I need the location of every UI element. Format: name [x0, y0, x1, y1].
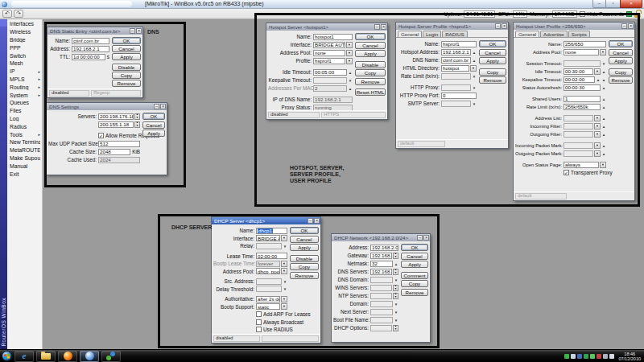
dialog-titlebar[interactable]: DHCP Server <dhcp1>–× — [212, 217, 320, 224]
field-input-address[interactable]: 192.168.2.0/24 — [370, 245, 398, 251]
up-arrow-icon[interactable]: ▴ — [348, 70, 353, 75]
dropdown-icon[interactable]: ▾ — [346, 58, 353, 64]
field-input-name[interactable]: dhcp1 — [256, 228, 287, 234]
shade-button[interactable]: – — [495, 23, 501, 29]
close-icon[interactable]: × — [423, 235, 429, 241]
down-arrow-icon[interactable]: ▾ — [472, 101, 477, 106]
up-arrow-icon[interactable]: ▴ — [472, 50, 477, 55]
field-input-session-timeout[interactable] — [564, 60, 601, 67]
field-input-idle-timeout[interactable]: 00:30:00 — [564, 68, 593, 75]
dropdown-icon[interactable]: ▾ — [281, 296, 287, 302]
down-arrow-icon[interactable]: ▾ — [283, 286, 287, 291]
button-apply[interactable]: Apply — [609, 57, 633, 64]
spinner-icon[interactable]: ▴▾ — [393, 285, 398, 291]
sidebar-item-queues[interactable]: Queues — [7, 99, 42, 107]
up-arrow-icon[interactable]: ▴ — [601, 132, 606, 137]
field-input-cache-size[interactable]: 2048 — [98, 149, 130, 155]
taskbar-button-internet-explorer[interactable]: e — [14, 351, 34, 362]
dropdown-icon[interactable]: ▾ — [600, 49, 606, 56]
button-ok[interactable]: OK — [355, 33, 386, 40]
field-input-dns-domain[interactable] — [370, 277, 393, 283]
button-cancel[interactable]: Cancel — [112, 45, 141, 52]
spinner-icon[interactable]: ▴▾ — [393, 253, 398, 259]
sidebar-item-routing[interactable]: Routing▸ — [7, 83, 42, 91]
field-input-html-directory[interactable]: hotspot — [441, 65, 469, 72]
field-input-interface[interactable]: BRIDGE AUTO — [313, 42, 345, 48]
close-icon[interactable]: × — [314, 218, 320, 224]
field-input-name[interactable]: 256/650 — [564, 41, 606, 47]
button-remove[interactable]: Remove — [355, 78, 386, 85]
tab-general[interactable]: General — [515, 31, 539, 37]
field-input-ntp-servers[interactable] — [370, 293, 392, 299]
sidebar-item-ip[interactable]: IP▸ — [7, 68, 42, 76]
hide-passwords-checkbox[interactable] — [580, 11, 585, 17]
down-arrow-icon[interactable]: ▾ — [472, 74, 477, 79]
down-arrow-icon[interactable]: ▾ — [472, 85, 477, 90]
taskbar-clock[interactable]: 18:46 07/12/2010 — [618, 352, 642, 361]
dialog-titlebar[interactable]: Hotspot Server Profile <hsprof1>–× — [396, 23, 508, 30]
dropdown-icon[interactable]: ▾ — [594, 68, 601, 75]
tray-icon-8[interactable] — [609, 354, 614, 359]
sidebar-item-system[interactable]: System▸ — [7, 91, 42, 99]
sidebar-item-files[interactable]: Files — [7, 107, 42, 115]
dropdown-icon[interactable]: ▾ — [600, 162, 606, 168]
up-arrow-icon[interactable]: ▴ — [596, 77, 601, 82]
field-input-smtp-server[interactable] — [441, 101, 471, 107]
checkbox-always-broadcast[interactable] — [256, 319, 262, 325]
field-input-status-autorefresh[interactable]: 00:00:30 — [564, 84, 601, 91]
field-input-outgoing-packet-mark[interactable] — [564, 150, 593, 157]
dropdown-icon[interactable]: ▾ — [594, 131, 601, 138]
tray-icon-6[interactable] — [597, 354, 601, 359]
field-input-next-server[interactable] — [370, 309, 393, 315]
spinner-icon[interactable]: ▴▾ — [393, 269, 398, 275]
button-remove[interactable]: Remove — [401, 289, 428, 296]
spinner-icon[interactable]: ▴▾ — [134, 121, 140, 128]
field-input-idle-timeout[interactable]: 00:05:00 — [313, 69, 347, 76]
field-input-domain[interactable] — [370, 301, 393, 307]
up-arrow-icon[interactable]: ▴ — [394, 261, 398, 266]
down-arrow-icon[interactable]: ▾ — [283, 244, 287, 249]
minimize-button[interactable]: – — [592, 0, 606, 8]
down-arrow-icon[interactable]: ▾ — [348, 78, 353, 83]
field-input-bootp-lease-time[interactable]: forever — [256, 261, 280, 267]
field-input-relay[interactable] — [256, 243, 282, 249]
field-input-address-pool[interactable]: none — [313, 50, 345, 56]
field-input-lease-time[interactable]: 02:00:00 — [256, 253, 287, 259]
down-arrow-icon[interactable]: ▾ — [283, 279, 287, 284]
field-input-rate-limit-tx-rx[interactable] — [441, 73, 471, 80]
field-input-address[interactable]: 192.168.2.1 — [72, 46, 109, 52]
taskbar-button-windows-explorer[interactable] — [36, 351, 56, 362]
taskbar-button-firefox[interactable] — [58, 351, 77, 362]
spinner-icon[interactable]: ▴▾ — [393, 325, 398, 331]
button-apply[interactable]: Apply — [401, 261, 428, 268]
sidebar-item-bridge[interactable]: Bridge — [7, 36, 42, 44]
field-input-max-udp-packet-size[interactable]: 512 — [98, 141, 140, 147]
shade-button[interactable]: – — [154, 104, 159, 109]
sidebar-item-switch[interactable]: Switch — [7, 51, 42, 60]
sidebar-item-ppp[interactable]: PPP — [7, 43, 42, 51]
sidebar-item-interfaces[interactable]: Interfaces — [7, 20, 42, 28]
checkbox-allow-remote-requests[interactable]: ✓ — [98, 133, 104, 138]
button-ok[interactable]: OK — [290, 227, 319, 234]
button-apply[interactable]: Apply — [112, 53, 141, 60]
window-titlebar[interactable]: [MikroTik] - WinBox v5.0rc5 on RB433 (mi… — [0, 0, 644, 9]
close-icon[interactable]: × — [502, 23, 507, 29]
button-apply[interactable]: Apply — [290, 244, 319, 251]
field-input-name[interactable]: ctinf.com.br — [72, 38, 109, 44]
field-input-address-pool[interactable]: none — [564, 49, 599, 56]
tray-icon-5[interactable] — [590, 354, 595, 359]
field-input-src-address[interactable] — [256, 278, 282, 285]
dialog-titlebar[interactable]: DNS Settings–× — [47, 103, 167, 110]
spinner-icon[interactable]: ▴▾ — [393, 293, 398, 299]
field-input-interface[interactable]: BRIDGE AUTO — [256, 235, 280, 241]
up-arrow-icon[interactable]: ▴ — [601, 143, 606, 148]
field-input-outgoing-filter[interactable] — [564, 131, 593, 138]
field-input-value[interactable]: 200.155.1.18 — [98, 121, 134, 128]
tray-icon-7[interactable] — [603, 354, 608, 359]
dropdown-icon[interactable]: ▾ — [594, 150, 601, 157]
checkbox-transparent-proxy[interactable]: ✓ — [564, 170, 569, 175]
checkbox-add-arp-for-leases[interactable] — [256, 311, 262, 317]
field-input-incoming-packet-mark[interactable] — [564, 142, 593, 149]
field-input-delay-threshold[interactable] — [256, 286, 282, 292]
button-reset-html[interactable]: Reset HTML — [355, 88, 386, 96]
